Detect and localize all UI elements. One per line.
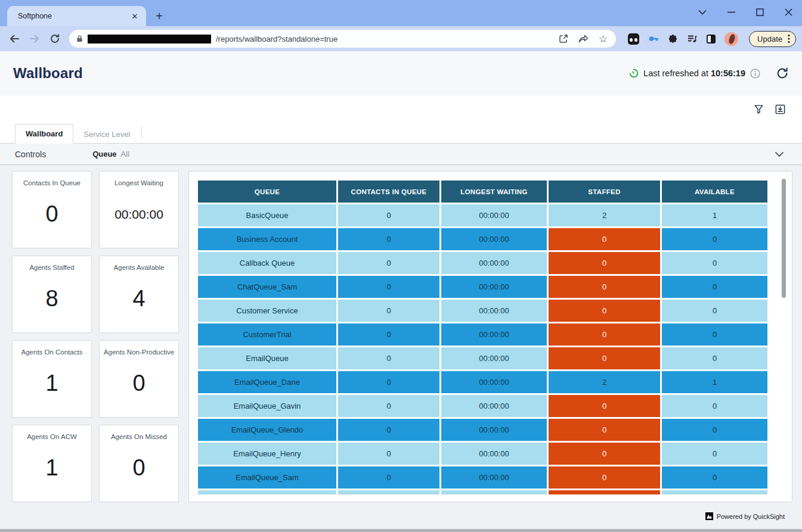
column-header[interactable]: QUEUE xyxy=(198,181,336,203)
cell-contacts[interactable]: 0 xyxy=(338,347,439,369)
cell-waiting[interactable]: 00:00:00 xyxy=(441,419,547,441)
cell-contacts[interactable]: 0 xyxy=(338,323,439,346)
cell-waiting[interactable]: 00:00:00 xyxy=(441,443,547,465)
cell-waiting[interactable]: 00:00:00 xyxy=(441,300,547,322)
url-text[interactable]: /reports/wallboard?standalone=true xyxy=(216,35,554,43)
minimize-button[interactable] xyxy=(726,7,736,17)
queue-filter-label[interactable]: Queue xyxy=(92,150,116,158)
cell-staffed[interactable]: 2 xyxy=(549,371,660,393)
cell-queue[interactable]: BasicQueue xyxy=(198,204,336,226)
cell-waiting[interactable]: 00:00:00 xyxy=(441,323,547,346)
forward-icon[interactable] xyxy=(26,30,43,47)
cell-staffed[interactable]: 2 xyxy=(549,204,660,226)
back-icon[interactable] xyxy=(6,30,23,47)
cell-contacts[interactable]: 0 xyxy=(338,276,439,298)
lock-icon[interactable] xyxy=(76,35,83,43)
tab-search-icon[interactable] xyxy=(697,7,708,17)
cell-waiting[interactable]: 00:00:00 xyxy=(441,490,547,494)
cell-staffed[interactable]: 0 xyxy=(549,395,660,417)
cell-contacts[interactable]: 0 xyxy=(338,419,439,441)
cell-waiting[interactable]: 00:00:00 xyxy=(441,228,547,250)
cell-queue[interactable]: ChatQueue_Sam xyxy=(198,276,336,298)
cell-queue[interactable]: Callback Queue xyxy=(198,252,336,274)
column-header[interactable]: AVAILABLE xyxy=(662,181,767,203)
cell-contacts[interactable]: 0 xyxy=(338,371,439,393)
close-window-button[interactable] xyxy=(783,7,794,17)
cell-waiting[interactable]: 00:00:00 xyxy=(441,276,547,298)
cell-contacts[interactable]: 0 xyxy=(338,466,439,489)
cell-available[interactable]: 0 xyxy=(662,419,767,441)
reload-icon[interactable] xyxy=(47,30,63,47)
chevron-down-icon[interactable] xyxy=(775,151,784,157)
tab-close-icon[interactable]: ✕ xyxy=(129,11,140,21)
cell-waiting[interactable]: 00:00:00 xyxy=(441,347,547,369)
share-icon[interactable] xyxy=(578,35,589,43)
dark-mode-extension-icon[interactable] xyxy=(707,35,716,43)
cell-waiting[interactable]: 00:00:00 xyxy=(441,466,547,489)
cell-contacts[interactable]: 0 xyxy=(338,300,439,322)
extension-key-icon[interactable] xyxy=(648,33,659,44)
cell-queue[interactable]: Customer Service xyxy=(198,300,336,322)
cell-queue[interactable]: EmailQueue_Dane xyxy=(198,371,336,393)
queue-filter-value[interactable]: All xyxy=(121,150,129,158)
cell-available[interactable]: 0 xyxy=(662,276,767,298)
cell-staffed[interactable]: 0 xyxy=(549,300,660,322)
filter-icon[interactable] xyxy=(752,102,765,116)
refresh-button[interactable] xyxy=(776,67,789,80)
cell-queue[interactable]: CustomerTrial xyxy=(198,323,336,346)
tab-service-level[interactable]: Service Level xyxy=(73,125,140,144)
address-bar[interactable]: /reports/wallboard?standalone=true ☆ xyxy=(69,30,616,48)
cell-queue[interactable]: EmailQueue_Glendo xyxy=(198,419,336,441)
cell-contacts[interactable]: 0 xyxy=(338,490,439,494)
cell-available[interactable]: 0 xyxy=(662,466,767,489)
cell-waiting[interactable]: 00:00:00 xyxy=(441,252,547,274)
browser-update-button[interactable]: Update xyxy=(749,31,796,47)
cell-queue[interactable]: EmailQueue_Sam xyxy=(198,466,336,489)
new-tab-button[interactable]: + xyxy=(151,8,168,24)
extensions-puzzle-icon[interactable] xyxy=(668,34,678,44)
bookmark-star-icon[interactable]: ☆ xyxy=(599,34,608,44)
cell-queue[interactable]: EmailQueue_Henry xyxy=(198,443,336,465)
cell-available[interactable]: 0 xyxy=(662,323,767,346)
cell-waiting[interactable]: 00:00:00 xyxy=(441,371,547,393)
column-header[interactable]: CONTACTS IN QUEUE xyxy=(338,181,439,203)
column-header[interactable]: LONGEST WAITING xyxy=(441,181,547,203)
extension-glasses-icon[interactable] xyxy=(628,33,639,45)
cell-staffed[interactable]: 0 xyxy=(549,466,660,489)
info-icon[interactable] xyxy=(750,69,760,79)
column-header[interactable]: STAFFED xyxy=(549,181,660,203)
browser-tab-softphone[interactable]: Softphone ✕ xyxy=(7,6,146,26)
cell-available[interactable]: 1 xyxy=(662,371,767,393)
cell-queue[interactable]: Business Account xyxy=(198,228,336,250)
cell-staffed[interactable]: 0 xyxy=(549,252,660,274)
table-scrollbar[interactable] xyxy=(782,179,786,298)
cell-queue[interactable]: EmailQueue_Gavin xyxy=(198,395,336,417)
cell-contacts[interactable]: 0 xyxy=(338,252,439,274)
profile-avatar[interactable] xyxy=(724,32,738,46)
cell-contacts[interactable]: 0 xyxy=(338,395,439,417)
cell-queue[interactable]: EmailQueue_T xyxy=(198,490,336,494)
cell-staffed[interactable]: 0 xyxy=(549,443,660,465)
open-in-new-icon[interactable] xyxy=(559,34,568,43)
cell-staffed[interactable]: 0 xyxy=(549,228,660,250)
cell-available[interactable]: 1 xyxy=(662,204,767,226)
cell-staffed[interactable]: 0 xyxy=(549,323,660,346)
kebab-menu-icon[interactable] xyxy=(788,34,790,43)
cell-staffed[interactable]: 0 xyxy=(549,347,660,369)
cell-contacts[interactable]: 0 xyxy=(338,443,439,465)
cell-available[interactable]: 0 xyxy=(662,490,767,494)
playlist-queue-icon[interactable] xyxy=(687,33,698,44)
cell-staffed[interactable]: 0 xyxy=(549,419,660,441)
cell-waiting[interactable]: 00:00:00 xyxy=(441,395,547,417)
tab-wallboard[interactable]: Wallboard xyxy=(15,124,73,144)
cell-contacts[interactable]: 0 xyxy=(338,228,439,250)
cell-available[interactable]: 0 xyxy=(662,395,767,417)
cell-waiting[interactable]: 00:00:00 xyxy=(441,204,547,226)
cell-available[interactable]: 0 xyxy=(662,443,767,465)
cell-staffed[interactable]: 0 xyxy=(549,276,660,298)
cell-available[interactable]: 0 xyxy=(662,228,767,250)
cell-available[interactable]: 0 xyxy=(662,300,767,322)
maximize-button[interactable] xyxy=(754,7,765,17)
cell-available[interactable]: 0 xyxy=(662,347,767,369)
cell-queue[interactable]: EmailQueue xyxy=(198,347,336,369)
